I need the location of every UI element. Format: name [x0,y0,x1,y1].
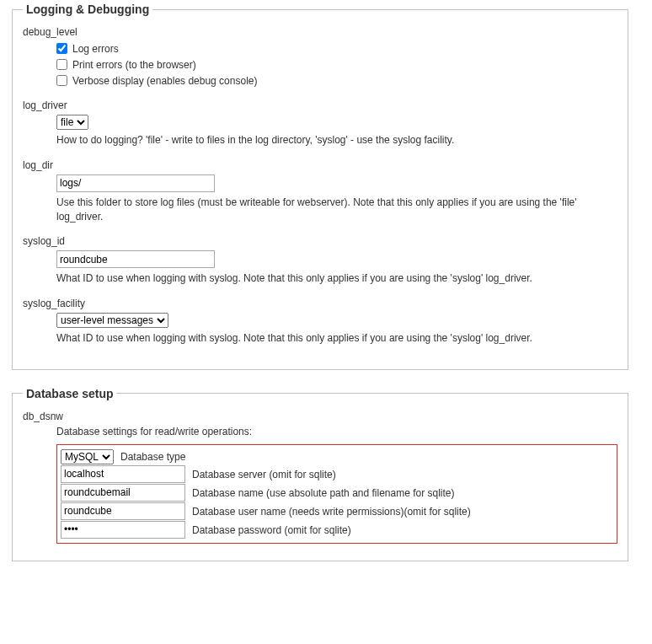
db-name-desc: Database name (use absolute path and fil… [192,486,455,499]
db-server-desc: Database server (omit for sqlite) [192,468,336,480]
fieldset-database: Database setup db_dsnw Database settings… [12,387,628,561]
setting-log-dir: log_dir Use this folder to store log fil… [23,159,617,224]
db-type-desc: Database type [120,450,185,463]
checkbox-print-errors[interactable] [56,59,67,70]
db-row-user: Database user name (needs write permissi… [61,502,613,520]
checkbox-print-errors-label: Print errors (to the browser) [72,58,196,71]
db-row-pass: Database password (omit for sqlite) [61,521,613,539]
db-row-server: Database server (omit for sqlite) [61,465,613,483]
desc-log-dir: Use this folder to store log files (must… [56,196,617,224]
label-debug-level: debug_level [23,26,617,38]
debug-level-row-verbose: Verbose display (enables debug console) [56,73,617,88]
db-user-desc: Database user name (needs write permissi… [192,505,471,518]
checkbox-log-errors[interactable] [56,43,67,54]
fieldset-logging: Logging & Debugging debug_level Log erro… [12,3,628,370]
setting-debug-level: debug_level Log errors Print errors (to … [23,26,617,88]
legend-database: Database setup [23,387,116,400]
checkbox-log-errors-label: Log errors [72,42,119,55]
input-db-server[interactable] [61,465,185,483]
select-syslog-facility[interactable]: user-level messages [56,313,168,328]
input-db-pass[interactable] [61,521,185,539]
checkbox-verbose-label: Verbose display (enables debug console) [72,74,257,87]
input-db-user[interactable] [61,502,185,520]
select-db-type[interactable]: MySQL [61,449,114,464]
input-db-name[interactable] [61,484,185,502]
label-syslog-facility: syslog_facility [23,298,617,309]
db-intro: Database settings for read/write operati… [56,426,617,437]
label-log-driver: log_driver [23,99,617,111]
desc-syslog-id: What ID to use when logging with syslog.… [56,271,617,286]
db-row-type: MySQL Database type [61,449,613,464]
label-log-dir: log_dir [23,159,617,171]
debug-level-row-print-errors: Print errors (to the browser) [56,57,617,72]
setting-syslog-facility: syslog_facility user-level messages What… [23,298,617,346]
legend-logging: Logging & Debugging [23,3,152,16]
input-log-dir[interactable] [56,174,215,192]
setting-syslog-id: syslog_id What ID to use when logging wi… [23,235,617,286]
label-syslog-id: syslog_id [23,235,617,247]
db-row-name: Database name (use absolute path and fil… [61,484,613,502]
label-db-dsnw: db_dsnw [23,411,617,422]
page-scroll[interactable]: Logging & Debugging debug_level Log erro… [0,0,637,644]
select-log-driver[interactable]: file [56,115,88,130]
setting-log-driver: log_driver file How to do logging? 'file… [23,99,617,148]
input-syslog-id[interactable] [56,250,215,268]
setting-db-dsnw: db_dsnw Database settings for read/write… [23,411,617,544]
desc-log-driver: How to do logging? 'file' - write to fil… [56,133,617,148]
db-settings-box: MySQL Database type Database server (omi… [56,444,617,544]
db-pass-desc: Database password (omit for sqlite) [192,523,351,536]
debug-level-row-log-errors: Log errors [56,41,617,56]
checkbox-verbose[interactable] [56,75,67,86]
desc-syslog-facility: What ID to use when logging with syslog.… [56,331,617,346]
